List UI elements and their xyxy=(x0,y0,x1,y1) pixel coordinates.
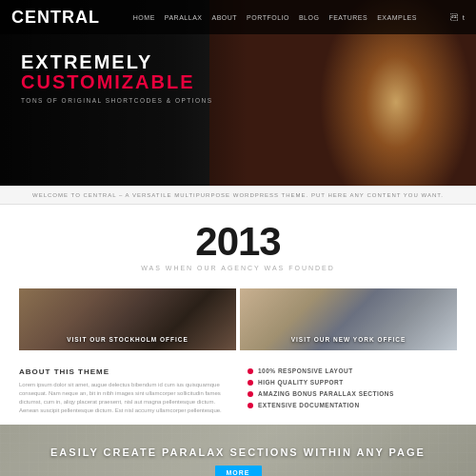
feature-bullet-1 xyxy=(248,368,253,374)
feature-bullet-2 xyxy=(248,380,253,386)
hero-subtitle: TONS OF ORIGINAL SHORTCODES & OPTIONS xyxy=(21,97,213,104)
feature-label-3: AMAZING BONUS PARALLAX SECTIONS xyxy=(258,390,394,397)
navbar-social:  t xyxy=(450,13,465,22)
parallax-title: EASILY CREATE PARALAX SECTIONS WITHIN AN… xyxy=(50,446,426,458)
about-features-section: ABOUT THIS THEME Lorem ipsum dolor sit a… xyxy=(0,358,476,425)
parallax-cta-section: EASILY CREATE PARALAX SECTIONS WITHIN AN… xyxy=(0,425,476,476)
navbar-logo[interactable]: CENTRAL xyxy=(11,8,100,28)
office-label-newyork: VISIT OUR NEW YORK OFFICE xyxy=(240,336,457,343)
welcome-text: WELCOME TO CENTRAL – A VERSATILE MULTIPU… xyxy=(32,192,444,198)
nav-blog[interactable]: Blog xyxy=(299,14,319,21)
hero-title-line2: CUSTOMIZABLE xyxy=(21,71,213,92)
nav-portfolio[interactable]: Portfolio xyxy=(247,14,289,21)
office-label-stockholm: VISIT OUR STOCKHOLM OFFICE xyxy=(19,336,236,343)
about-column: ABOUT THIS THEME Lorem ipsum dolor sit a… xyxy=(19,367,228,415)
navbar-links: Home Parallax About Portfolio Blog Featu… xyxy=(133,14,417,21)
year-subtitle: WAS WHEN OUR AGENCY WAS FOUNDED xyxy=(0,265,476,271)
office-card-stockholm[interactable]: VISIT OUR STOCKHOLM OFFICE xyxy=(19,288,236,350)
nav-features[interactable]: Features xyxy=(328,14,367,21)
feature-item-4: EXTENSIVE DOCUMENTATION xyxy=(248,402,457,408)
year-section: 2013 WAS WHEN OUR AGENCY WAS FOUNDED xyxy=(0,205,476,281)
office-card-newyork[interactable]: VISIT OUR NEW YORK OFFICE xyxy=(240,288,457,350)
feature-label-4: EXTENSIVE DOCUMENTATION xyxy=(258,402,360,408)
parallax-more-button[interactable]: MORE xyxy=(215,466,262,477)
year-number: 2013 xyxy=(0,222,476,262)
nav-about[interactable]: About xyxy=(211,14,237,21)
offices-row: VISIT OUR STOCKHOLM OFFICE VISIT OUR NEW… xyxy=(0,281,476,358)
twitter-icon[interactable]: t xyxy=(463,13,465,22)
welcome-banner: WELCOME TO CENTRAL – A VERSATILE MULTIPU… xyxy=(0,186,476,205)
feature-item-1: 100% RESPONSIVE LAYOUT xyxy=(248,367,457,374)
feature-item-3: AMAZING BONUS PARALLAX SECTIONS xyxy=(248,390,457,397)
about-text: Lorem ipsum dolor sit amet, augue delect… xyxy=(19,381,228,415)
navbar: CENTRAL Home Parallax About Portfolio Bl… xyxy=(0,0,476,34)
nav-parallax[interactable]: Parallax xyxy=(165,14,203,21)
facebook-icon[interactable]:  xyxy=(450,13,458,22)
feature-bullet-4 xyxy=(248,403,253,408)
nav-home[interactable]: Home xyxy=(133,14,155,21)
feature-bullet-3 xyxy=(248,391,253,397)
feature-label-2: HIGH QUALITY SUPPORT xyxy=(258,379,344,386)
features-column: 100% RESPONSIVE LAYOUT HIGH QUALITY SUPP… xyxy=(248,367,457,415)
feature-label-1: 100% RESPONSIVE LAYOUT xyxy=(258,367,353,374)
about-title: ABOUT THIS THEME xyxy=(19,367,228,376)
nav-examples[interactable]: Examples xyxy=(377,14,417,21)
hero-title-line1: EXTREMELY xyxy=(21,52,213,71)
feature-item-2: HIGH QUALITY SUPPORT xyxy=(248,379,457,386)
hero-text: EXTREMELY CUSTOMIZABLE TONS OF ORIGINAL … xyxy=(21,52,213,104)
